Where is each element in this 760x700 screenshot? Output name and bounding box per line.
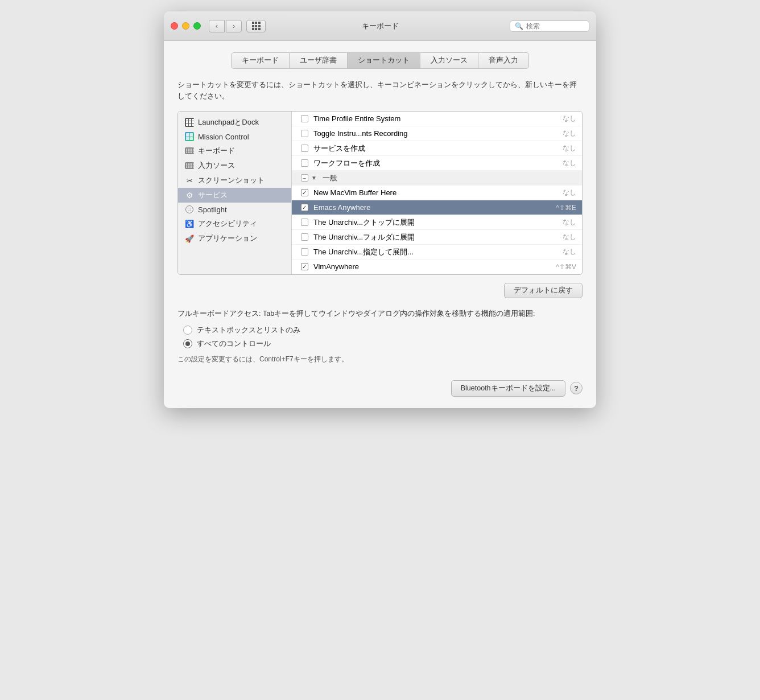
shortcuts-table: Time Profile Entire System なし Toggle Ins…	[292, 112, 582, 274]
table-scroll: Time Profile Entire System なし Toggle Ins…	[292, 112, 582, 274]
checkbox-cell[interactable]	[298, 159, 311, 167]
checkbox-cell[interactable]	[298, 189, 311, 196]
checkbox-cell[interactable]	[298, 145, 311, 152]
table-row[interactable]: Emacs Anywhere ^⇧⌘E	[292, 200, 582, 215]
sidebar-item-launchpad[interactable]: LaunchpadとDock	[178, 115, 291, 130]
table-row[interactable]: The Unarchiv...クトップに展開 なし	[292, 215, 582, 230]
table-row[interactable]: ワークフローを作成 なし	[292, 156, 582, 171]
spotlight-icon: □	[185, 205, 194, 214]
sidebar-item-spotlight[interactable]: □ Spotlight	[178, 203, 291, 216]
tab-voice-input[interactable]: 音声入力	[478, 52, 529, 69]
nav-buttons: ‹ ›	[209, 20, 242, 32]
minimize-button[interactable]	[182, 22, 189, 30]
radio-button-text-list[interactable]	[183, 326, 192, 335]
radio-item-text-list[interactable]: テキストボックスとリストのみ	[183, 325, 583, 335]
description-text: ショートカットを変更するには、ショートカットを選択し、キーコンビネーションをクリ…	[177, 79, 583, 102]
radio-item-all-controls[interactable]: すべてのコントロール	[183, 339, 583, 349]
titlebar: ‹ › キーボード 🔍	[164, 11, 596, 41]
content-area: キーボード ユーザ辞書 ショートカット 入力ソース 音声入力 ショートカットを変…	[164, 41, 596, 408]
screenshot-icon: ✂	[185, 176, 194, 185]
tab-input-source[interactable]: 入力ソース	[420, 52, 478, 69]
help-button[interactable]: ?	[570, 382, 583, 394]
checkbox-cell[interactable]	[298, 248, 311, 256]
category-sidebar: LaunchpadとDock Mission Control キーボード	[178, 112, 292, 274]
tab-shortcuts[interactable]: ショートカット	[348, 52, 420, 69]
apps-icon: 🚀	[185, 234, 194, 243]
sidebar-item-mission[interactable]: Mission Control	[178, 130, 291, 143]
services-icon: ⚙	[185, 191, 194, 200]
table-row[interactable]: サービスを作成 なし	[292, 141, 582, 156]
forward-button[interactable]: ›	[226, 20, 242, 32]
sidebar-item-keyboard[interactable]: キーボード	[178, 143, 291, 158]
tab-bar: キーボード ユーザ辞書 ショートカット 入力ソース 音声入力	[177, 52, 583, 69]
minus-cell[interactable]: −	[298, 174, 311, 182]
row-checkbox[interactable]	[301, 130, 308, 137]
row-checkbox[interactable]	[301, 145, 308, 152]
traffic-lights	[171, 22, 201, 30]
close-button[interactable]	[171, 22, 178, 30]
back-button[interactable]: ‹	[209, 20, 225, 32]
search-bar: 🔍	[510, 20, 589, 32]
sidebar-item-apps[interactable]: 🚀 アプリケーション	[178, 231, 291, 246]
main-window: ‹ › キーボード 🔍 キーボード ユーザ辞書 ショートカット 入力ソース 音声…	[164, 11, 596, 408]
window-title: キーボード	[362, 21, 399, 31]
hint-text: この設定を変更するには、Control+F7キーを押します。	[177, 355, 583, 364]
row-checkbox[interactable]	[301, 263, 308, 270]
row-checkbox[interactable]	[301, 233, 308, 241]
input-icon	[185, 161, 194, 170]
maximize-button[interactable]	[193, 22, 201, 30]
keyboard-icon	[185, 146, 194, 155]
grid-view-button[interactable]	[246, 20, 266, 32]
mission-icon	[185, 132, 194, 141]
row-checkbox[interactable]	[301, 159, 308, 167]
sidebar-item-input[interactable]: 入力ソース	[178, 158, 291, 173]
row-checkbox[interactable]	[301, 219, 308, 226]
table-row[interactable]: Time Profile Entire System なし	[292, 112, 582, 126]
table-row[interactable]: The Unarchiv...指定して展開... なし	[292, 245, 582, 260]
table-row[interactable]: New MacVim Buffer Here なし	[292, 186, 582, 200]
row-checkbox[interactable]	[301, 248, 308, 256]
checkbox-cell[interactable]	[298, 130, 311, 137]
checkbox-cell[interactable]	[298, 204, 311, 211]
sidebar-item-accessibility[interactable]: ♿ アクセシビリティ	[178, 216, 291, 231]
radio-button-all-controls[interactable]	[183, 339, 192, 348]
table-row[interactable]: The Unarchiv...フォルダに展開 なし	[292, 230, 582, 245]
tab-keyboard[interactable]: キーボード	[231, 52, 290, 69]
search-input[interactable]	[526, 22, 584, 30]
restore-defaults-row: デフォルトに戻す	[177, 283, 583, 298]
table-row[interactable]: Toggle Instru...nts Recording なし	[292, 126, 582, 141]
table-row[interactable]: VimAnywhere ^⇧⌘V	[292, 260, 582, 274]
radio-group: テキストボックスとリストのみ すべてのコントロール	[183, 325, 583, 349]
footer: Bluetoothキーボードを設定... ?	[177, 378, 583, 397]
tab-user-dict[interactable]: ユーザ辞書	[290, 52, 348, 69]
row-checkbox[interactable]	[301, 204, 308, 211]
bluetooth-keyboard-button[interactable]: Bluetoothキーボードを設定...	[451, 380, 565, 397]
accessibility-icon: ♿	[185, 219, 194, 228]
main-split-area: LaunchpadとDock Mission Control キーボード	[177, 111, 583, 275]
full-keyboard-section: フルキーボードアクセス: Tabキーを押してウインドウやダイアログ内の操作対象を…	[177, 308, 583, 364]
full-keyboard-title: フルキーボードアクセス: Tabキーを押してウインドウやダイアログ内の操作対象を…	[177, 308, 583, 319]
grid-icon	[252, 22, 261, 30]
checkbox-cell[interactable]	[298, 115, 311, 122]
section-header-row: − ▼ 一般	[292, 171, 582, 186]
restore-defaults-button[interactable]: デフォルトに戻す	[504, 283, 583, 298]
search-icon: 🔍	[515, 22, 523, 30]
checkbox-cell[interactable]	[298, 219, 311, 226]
section-minus-button[interactable]: −	[301, 174, 308, 182]
sidebar-item-services[interactable]: ⚙ サービス	[178, 188, 291, 203]
sidebar-item-screenshot[interactable]: ✂ スクリーンショット	[178, 173, 291, 188]
checkbox-cell[interactable]	[298, 233, 311, 241]
row-checkbox[interactable]	[301, 115, 308, 122]
checkbox-cell[interactable]	[298, 263, 311, 270]
section-triangle-icon: ▼	[311, 175, 317, 181]
launchpad-icon	[185, 118, 194, 127]
row-checkbox[interactable]	[301, 189, 308, 196]
